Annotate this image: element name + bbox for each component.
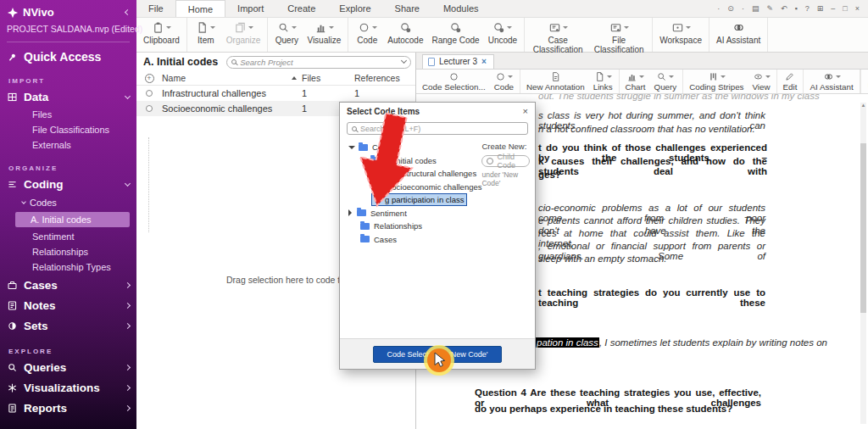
code-circle-icon xyxy=(448,71,459,82)
code-button[interactable]: Code xyxy=(351,18,383,52)
add-code-icon[interactable] xyxy=(145,74,154,83)
chevron-down-icon[interactable] xyxy=(125,180,131,186)
new-annotation-button[interactable]: New Annotation xyxy=(522,70,589,93)
column-name[interactable]: Name xyxy=(162,73,186,83)
minimize-icon[interactable]: – xyxy=(831,5,835,13)
child-code-option[interactable]: Child Code xyxy=(481,155,530,167)
sidebar-item-notes[interactable]: Notes xyxy=(0,295,136,315)
tab-explore[interactable]: Explore xyxy=(327,0,382,17)
column-references[interactable]: References xyxy=(354,73,415,83)
ai-assistant-button[interactable]: AI Assistant xyxy=(712,18,765,52)
tab-modules[interactable]: Modules xyxy=(431,0,491,17)
uncode-button[interactable]: Uncode xyxy=(484,18,521,52)
tab-home[interactable]: Home xyxy=(175,0,225,17)
sidebar-item-reports[interactable]: Reports xyxy=(0,398,136,418)
sidebar-item-relationships[interactable]: Relationships xyxy=(0,244,136,259)
caret-icon xyxy=(248,26,253,29)
ribbon-options-icon[interactable]: ⊞ xyxy=(817,5,824,13)
tab-file[interactable]: File xyxy=(136,0,175,17)
caret-icon xyxy=(686,26,691,29)
caret-icon xyxy=(669,75,674,78)
case-classification-button[interactable]: Case Classification xyxy=(527,18,588,52)
tree-item-relationships[interactable]: Relationships xyxy=(343,220,481,233)
page-icon xyxy=(196,21,209,34)
column-files[interactable]: Files xyxy=(302,73,354,83)
doc-line: ges? xyxy=(538,170,561,180)
chevron-right-icon xyxy=(125,282,131,288)
expander-closed-icon[interactable] xyxy=(348,209,352,216)
visualizations-label: Visualizations xyxy=(24,382,100,394)
query-button[interactable]: Query xyxy=(270,18,303,52)
tab-import[interactable]: Import xyxy=(225,0,275,17)
table-header[interactable]: Name Files References xyxy=(136,71,415,86)
document-icon xyxy=(428,58,435,66)
close-tab-icon[interactable]: × xyxy=(481,58,487,66)
tree-item-cases[interactable]: Cases xyxy=(343,233,481,247)
close-dialog-icon[interactable]: × xyxy=(523,106,528,116)
scrollbar-thumb[interactable] xyxy=(860,143,866,313)
sidebar-item-quick-access[interactable]: Quick Access xyxy=(0,42,136,65)
coding-stripes-button[interactable]: Coding Stripes xyxy=(685,70,748,93)
sidebar-item-sets[interactable]: Sets xyxy=(0,315,136,336)
caret-icon xyxy=(624,26,629,29)
tab-label: Lecturer 3 xyxy=(439,57,477,66)
tab-lecturer-3[interactable]: Lecturer 3 × xyxy=(422,54,494,69)
undo-icon[interactable]: ↶ xyxy=(781,5,787,13)
visualize-button[interactable]: Visualize xyxy=(303,18,345,52)
search-project-input[interactable] xyxy=(240,58,402,67)
gear-icon[interactable]: ⊙ xyxy=(727,5,734,13)
table-row[interactable]: Infrastructural challenges 1 1 xyxy=(136,86,415,101)
tab-create[interactable]: Create xyxy=(275,0,327,17)
sidebar-item-files[interactable]: Files xyxy=(0,107,136,122)
range-code-button[interactable]: Range Code xyxy=(428,18,484,52)
project-name: PROJECT SALDANA.nvp (Edited) xyxy=(0,19,136,34)
undock-button[interactable]: Undock xyxy=(860,70,868,93)
annotation-icon xyxy=(550,71,561,82)
overflow-dot-icon[interactable]: · xyxy=(742,5,744,13)
sidebar-item-initial-codes-selected[interactable]: A. Initial codes xyxy=(15,212,130,227)
autocode-icon xyxy=(399,21,412,34)
sidebar-item-file-classifications[interactable]: File Classifications xyxy=(0,122,136,137)
help-icon[interactable]: ? xyxy=(805,5,810,13)
sidebar-item-sentiment[interactable]: Sentiment xyxy=(0,229,136,244)
bar-chart-icon xyxy=(314,21,327,34)
edit-icon[interactable]: ✎ xyxy=(766,5,773,13)
coding-label: Coding xyxy=(24,178,64,191)
item-button[interactable]: Item xyxy=(190,18,222,52)
clipboard-small-icon[interactable]: ▪ xyxy=(795,5,798,13)
chart-button[interactable]: Chart xyxy=(621,70,650,93)
code-button[interactable]: Code xyxy=(490,70,518,93)
search-icon xyxy=(656,71,667,82)
tab-share[interactable]: Share xyxy=(383,0,431,17)
save-icon[interactable]: ▤ xyxy=(752,5,760,13)
ai-assistant-button[interactable]: AI Assistant xyxy=(805,70,857,93)
sidebar-item-queries[interactable]: Queries xyxy=(0,357,136,377)
workspace-button[interactable]: Workspace xyxy=(655,18,706,52)
file-classification-button[interactable]: File Classification xyxy=(588,18,649,52)
overflow-dot-icon[interactable]: · xyxy=(717,5,720,13)
restore-icon[interactable]: □ xyxy=(843,5,847,13)
close-icon[interactable]: × xyxy=(855,5,860,13)
links-button[interactable]: Links xyxy=(589,70,617,93)
radio-icon xyxy=(487,158,493,164)
sidebar-item-data[interactable]: Data xyxy=(0,86,136,107)
chevron-down-icon[interactable] xyxy=(401,58,407,64)
autocode-button[interactable]: Autocode xyxy=(383,18,427,52)
sidebar-item-cases[interactable]: Cases xyxy=(0,275,136,295)
sidebar-item-externals[interactable]: Externals xyxy=(0,137,136,153)
code-selection-button[interactable]: Code Selection... xyxy=(418,70,490,93)
search-project-box[interactable] xyxy=(226,56,411,69)
query-button[interactable]: Query xyxy=(650,70,682,93)
caret-icon xyxy=(563,26,568,29)
sidebar-item-relationship-types[interactable]: Relationship Types xyxy=(0,259,136,275)
sidebar-item-codes[interactable]: Codes xyxy=(0,194,136,209)
vertical-scrollbar[interactable]: ▲ xyxy=(860,103,866,424)
sidebar-item-visualizations[interactable]: Visualizations xyxy=(0,377,136,398)
collapse-sidebar-icon[interactable] xyxy=(125,9,131,15)
view-button[interactable]: View xyxy=(748,70,774,93)
sidebar-item-coding[interactable]: Coding xyxy=(0,174,136,194)
clipboard-button[interactable]: Clipboard xyxy=(139,18,184,52)
scroll-up-icon[interactable]: ▲ xyxy=(860,103,866,108)
chevron-down-icon[interactable] xyxy=(125,92,131,98)
edit-button[interactable]: Edit xyxy=(779,70,802,93)
